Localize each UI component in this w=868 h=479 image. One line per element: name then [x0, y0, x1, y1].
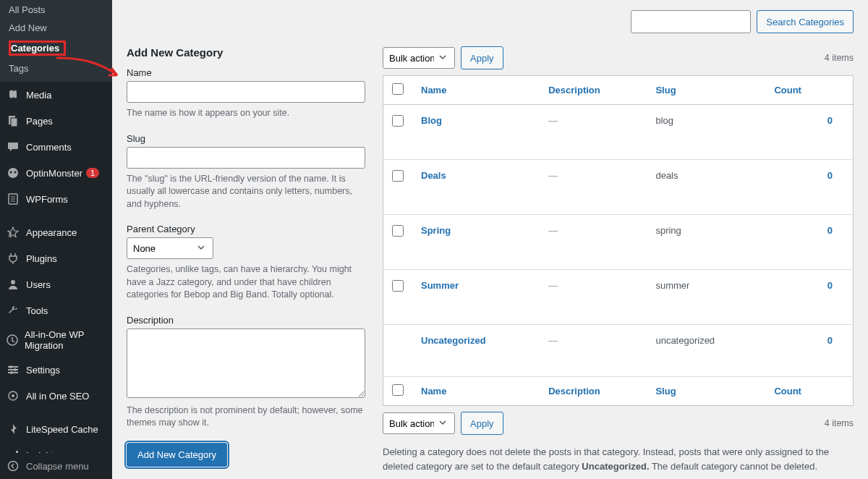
select-all-bottom[interactable]: [392, 384, 404, 396]
note-delete: Deleting a category does not delete the …: [383, 445, 854, 474]
menu-settings[interactable]: Settings: [0, 357, 112, 383]
slug-label: Slug: [127, 133, 365, 144]
category-count-link[interactable]: 0: [827, 280, 833, 291]
menu-plugins[interactable]: Plugins: [0, 245, 112, 271]
menu-label: WPForms: [26, 194, 68, 205]
svg-point-19: [12, 394, 14, 397]
menu-optinmonster[interactable]: OptinMonster1: [0, 160, 112, 186]
admin-menu: MediaPagesCommentsOptinMonster1WPFormsAp…: [0, 82, 112, 468]
category-count-link[interactable]: 0: [827, 225, 833, 236]
name-input[interactable]: [127, 81, 365, 103]
svg-rect-1: [11, 118, 17, 127]
menu-label: Comments: [26, 142, 72, 153]
submenu-all-posts[interactable]: All Posts: [0, 1, 112, 19]
search-categories-button[interactable]: Search Categories: [757, 10, 854, 33]
slug-help: The "slug" is the URL-friendly version o…: [127, 173, 365, 211]
plugins-icon: [6, 251, 20, 266]
menu-label: LiteSpeed Cache: [26, 424, 98, 435]
menu-tools[interactable]: Tools: [0, 297, 112, 323]
table-row: Uncategorized—uncategorized0: [383, 325, 854, 377]
menu-pages[interactable]: Pages: [0, 108, 112, 134]
select-all-header: [383, 76, 413, 105]
menu-label: All in One SEO: [26, 391, 89, 402]
menu-appearance[interactable]: Appearance: [0, 219, 112, 245]
update-badge: 1: [86, 168, 99, 178]
svg-rect-2: [8, 143, 18, 149]
comments-icon: [6, 140, 20, 154]
menu-wpforms[interactable]: WPForms: [0, 186, 112, 212]
col-slug-foot[interactable]: Slug: [655, 386, 676, 397]
apply-bottom-button[interactable]: Apply: [461, 412, 503, 435]
search-input[interactable]: [631, 10, 751, 33]
category-description: —: [540, 105, 647, 160]
row-checkbox[interactable]: [392, 225, 404, 237]
items-count-top: 4 items: [825, 53, 854, 63]
litespeed-icon: [6, 422, 20, 436]
svg-point-16: [14, 368, 17, 371]
col-name: Name: [412, 76, 540, 105]
category-slug: spring: [647, 215, 765, 270]
svg-point-17: [10, 371, 13, 374]
category-slug: deals: [647, 160, 765, 215]
menu-label: Media: [26, 90, 51, 101]
items-count-bottom: 4 items: [825, 418, 854, 428]
category-name-link[interactable]: Spring: [421, 225, 451, 236]
collapse-icon: [6, 459, 20, 473]
col-name-foot[interactable]: Name: [421, 386, 446, 397]
category-name-link[interactable]: Summer: [421, 280, 459, 291]
svg-point-23: [9, 462, 18, 471]
bulk-actions-top[interactable]: Bulk actions: [383, 47, 455, 69]
svg-point-15: [9, 365, 12, 368]
menu-label: Plugins: [26, 253, 57, 264]
parent-select[interactable]: None: [127, 237, 213, 259]
pages-icon: [6, 114, 20, 128]
category-slug: blog: [647, 105, 765, 160]
col-count-foot[interactable]: Count: [774, 386, 801, 397]
description-textarea[interactable]: [127, 328, 365, 398]
menu-label: Pages: [26, 116, 53, 127]
category-slug: summer: [647, 270, 765, 325]
slug-input[interactable]: [127, 147, 365, 169]
category-count-link[interactable]: 0: [827, 170, 833, 181]
menu-label: OptinMonster: [26, 168, 82, 179]
category-description: —: [540, 325, 647, 377]
category-name-link[interactable]: Blog: [421, 115, 442, 126]
apply-top-button[interactable]: Apply: [461, 46, 503, 69]
seo-icon: [6, 389, 20, 403]
row-checkbox[interactable]: [392, 170, 404, 182]
menu-all-in-one-seo[interactable]: All in One SEO: [0, 383, 112, 409]
tools-icon: [6, 303, 20, 318]
media-icon: [6, 88, 20, 102]
categories-table: Name Description Slug Count Blog—blog0De…: [383, 75, 854, 406]
users-icon: [6, 277, 20, 292]
row-checkbox[interactable]: [392, 115, 404, 127]
posts-submenu: All Posts Add New Categories Tags: [0, 0, 112, 82]
category-count-link[interactable]: 0: [827, 335, 833, 346]
submenu-tags[interactable]: Tags: [0, 59, 112, 77]
menu-users[interactable]: Users: [0, 271, 112, 297]
add-category-form: Add New Category Name The name is how it…: [127, 46, 365, 479]
submenu-categories[interactable]: Categories: [0, 37, 112, 59]
collapse-menu[interactable]: Collapse menu: [0, 453, 112, 479]
category-name-link[interactable]: Uncategorized: [421, 335, 486, 346]
col-desc-foot[interactable]: Description: [548, 386, 600, 397]
submenu-add-new[interactable]: Add New: [0, 19, 112, 37]
category-count-link[interactable]: 0: [827, 115, 833, 126]
add-category-button[interactable]: Add New Category: [127, 443, 227, 467]
select-all-top[interactable]: [392, 83, 404, 95]
category-description: —: [540, 270, 647, 325]
menu-litespeed-cache[interactable]: LiteSpeed Cache: [0, 416, 112, 442]
description-help: The description is not prominent by defa…: [127, 404, 365, 430]
admin-sidebar: All Posts Add New Categories Tags MediaP…: [0, 0, 112, 479]
row-checkbox[interactable]: [392, 280, 404, 292]
table-row: Summer—summer0: [383, 270, 854, 325]
table-row: Blog—blog0: [383, 105, 854, 160]
bulk-actions-bottom[interactable]: Bulk actions: [383, 412, 455, 434]
menu-comments[interactable]: Comments: [0, 134, 112, 160]
parent-help: Categories, unlike tags, can have a hier…: [127, 263, 365, 302]
svg-point-3: [8, 168, 18, 178]
menu-label: All-in-One WP Migration: [25, 329, 111, 351]
menu-media[interactable]: Media: [0, 82, 112, 108]
menu-all-in-one-wp-migration[interactable]: All-in-One WP Migration: [0, 323, 112, 357]
category-name-link[interactable]: Deals: [421, 170, 446, 181]
